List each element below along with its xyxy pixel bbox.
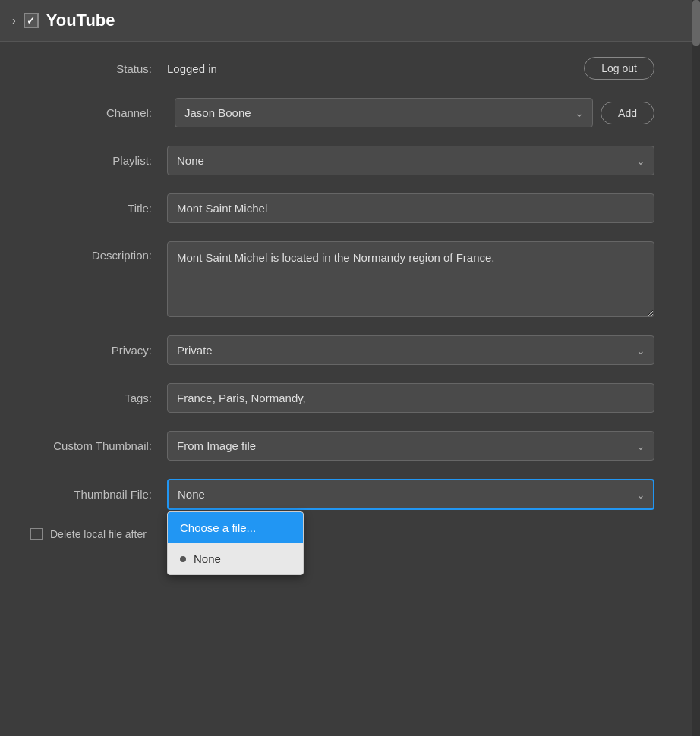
scrollbar-thumb[interactable]: [692, 0, 700, 46]
youtube-enable-checkbox[interactable]: [24, 13, 39, 28]
custom-thumbnail-select-wrapper: From Image file ⌄: [167, 431, 654, 461]
playlist-select[interactable]: None: [167, 146, 654, 175]
playlist-row: Playlist: None ⌄: [15, 146, 654, 175]
channel-row: Channel: Jason Boone ⌄ Add: [15, 98, 654, 127]
none-bullet-icon: [180, 556, 186, 562]
status-label: Status:: [15, 62, 167, 75]
privacy-label: Privacy:: [15, 344, 167, 357]
privacy-select[interactable]: Private: [167, 335, 654, 365]
add-channel-button[interactable]: Add: [601, 102, 654, 124]
custom-thumbnail-label: Custom Thumbnail:: [15, 439, 167, 452]
dropdown-item-none[interactable]: None: [168, 543, 303, 574]
channel-select[interactable]: Jason Boone: [175, 98, 593, 127]
playlist-select-wrapper: None ⌄: [167, 146, 654, 175]
panel-title: YouTube: [46, 11, 115, 30]
form-content: Status: Logged in Log out Channel: Jason…: [0, 42, 700, 555]
thumbnail-file-container: None ⌄ Choose a file... None: [167, 479, 654, 510]
tags-label: Tags:: [15, 392, 167, 404]
title-row: Title:: [15, 193, 654, 223]
youtube-panel: › YouTube Status: Logged in Log out Chan…: [0, 0, 700, 736]
panel-header: › YouTube: [0, 0, 700, 42]
scrollbar[interactable]: [692, 0, 700, 736]
thumbnail-file-label: Thumbnail File:: [15, 488, 167, 501]
tags-row: Tags:: [15, 383, 654, 413]
logout-button[interactable]: Log out: [584, 57, 654, 80]
none-label: None: [194, 552, 221, 565]
privacy-row: Privacy: Private ⌄: [15, 335, 654, 365]
channel-label: Channel:: [15, 106, 167, 119]
delete-local-row: Delete local file after: [15, 528, 654, 540]
custom-thumbnail-select[interactable]: From Image file: [167, 431, 654, 461]
description-label: Description:: [15, 241, 167, 262]
description-input[interactable]: Mont Saint Michel is located in the Norm…: [167, 241, 654, 317]
choose-file-label: Choose a file...: [180, 521, 256, 534]
thumbnail-file-row: Thumbnail File: None ⌄ Choose a file... …: [15, 479, 654, 510]
dropdown-item-choose-file[interactable]: Choose a file...: [168, 512, 303, 543]
collapse-chevron-icon[interactable]: ›: [12, 14, 16, 27]
title-label: Title:: [15, 202, 167, 215]
thumbnail-file-select[interactable]: None: [167, 479, 654, 510]
privacy-select-wrapper: Private ⌄: [167, 335, 654, 365]
title-input[interactable]: [167, 193, 654, 223]
channel-select-wrapper: Jason Boone ⌄: [175, 98, 593, 127]
status-value: Logged in: [167, 62, 584, 75]
thumbnail-file-dropdown-menu: Choose a file... None: [167, 511, 304, 575]
status-row: Status: Logged in Log out: [15, 57, 654, 80]
tags-input[interactable]: [167, 383, 654, 413]
playlist-label: Playlist:: [15, 154, 167, 167]
description-row: Description: Mont Saint Michel is locate…: [15, 241, 654, 317]
delete-local-checkbox[interactable]: [30, 528, 43, 540]
custom-thumbnail-row: Custom Thumbnail: From Image file ⌄: [15, 431, 654, 461]
delete-local-label: Delete local file after: [50, 528, 147, 540]
